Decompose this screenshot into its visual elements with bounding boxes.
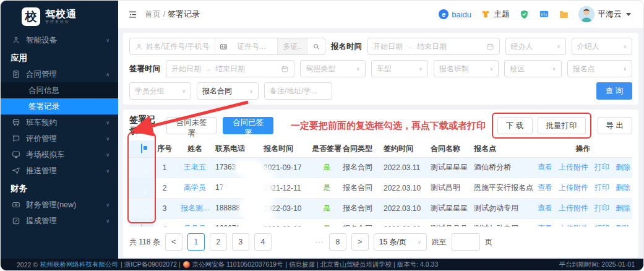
chevron-down-icon: ∨ xyxy=(106,168,109,174)
op-delete-link[interactable]: 删除 xyxy=(616,163,630,171)
student-name-link[interactable]: 报名测... xyxy=(181,204,209,212)
student-name-link[interactable]: 吕吕吕 xyxy=(184,224,206,226)
op-delete-link[interactable]: 删除 xyxy=(616,224,630,226)
monitor-chart-icon[interactable] xyxy=(539,9,549,20)
keyword-search-button[interactable] xyxy=(307,38,325,54)
prev-page-button[interactable]: < xyxy=(165,233,182,251)
idcard-icon xyxy=(220,43,228,51)
page-ellipsis: ··· xyxy=(315,238,324,246)
sign-time-range-picker[interactable]: 开始日期 → 结束日期 xyxy=(166,60,294,77)
theme-switcher[interactable]: 主题 xyxy=(481,9,510,20)
cell-contract-type: 报名合同 xyxy=(342,178,383,198)
cell-reg-point: 恩施平安行报名点 xyxy=(473,178,534,198)
cell-phone: 166671 xyxy=(215,224,240,226)
page-button-3[interactable]: 3 xyxy=(232,233,249,251)
browser-e-icon: e xyxy=(439,9,449,19)
sidebar-item-label: 智能设备 xyxy=(26,35,57,46)
op-upload-link[interactable]: 上传附件 xyxy=(559,183,588,192)
redaction-blur xyxy=(224,183,263,194)
op-view-link[interactable]: 查看 xyxy=(538,163,552,171)
op-upload-link[interactable]: 上传附件 xyxy=(559,204,588,212)
op-upload-link[interactable]: 上传附件 xyxy=(559,224,588,226)
reg-time-range-picker[interactable]: 开始日期 → 结束日期 xyxy=(367,38,500,55)
student-group-select[interactable]: 学员分组 ∨ xyxy=(129,82,191,100)
cell-contract-name: 测试星星星 xyxy=(430,198,473,218)
download-button[interactable]: 下 载 xyxy=(497,117,532,134)
sidebar-item-finance-mgmt[interactable]: 财务管理(new) ∨ xyxy=(1,197,118,213)
op-print-link[interactable]: 打印 xyxy=(595,224,609,226)
student-name-link[interactable]: 高学员 xyxy=(184,183,206,192)
jump-page-input[interactable] xyxy=(452,233,480,251)
chevron-down-icon: ∨ xyxy=(418,239,421,245)
tab-contract-unsigned[interactable]: 合同未签署 xyxy=(166,117,217,134)
student-name-link[interactable]: 王老五 xyxy=(184,163,206,171)
shield-icon[interactable] xyxy=(519,9,530,20)
op-print-link[interactable]: 打印 xyxy=(595,183,609,192)
idcard-scan-button[interactable] xyxy=(215,38,233,54)
export-button[interactable]: 导 出 xyxy=(598,117,632,134)
col-header: 合同类型 xyxy=(342,140,383,157)
page-size-select[interactable]: 15 条/页 ∨ xyxy=(374,233,427,251)
sidebar-item-review-mgmt[interactable]: 评价管理 ∨ xyxy=(1,131,118,147)
name-search-input[interactable]: 姓名/证件号/手机号 xyxy=(130,38,215,54)
sidebar-item-exam-sim-car[interactable]: 考场模拟车 ∨ xyxy=(1,147,118,163)
class-type-select[interactable]: 报名班制 ∨ xyxy=(434,60,499,77)
company-link[interactable]: 杭州联桥网络科技有限公司 xyxy=(40,260,118,269)
table-container: 序号 姓名 联系电话 报名时间 是否签署 合同类型 签约时间 合同名称 报名点 … xyxy=(129,140,632,226)
class-type-placeholder: 报名班制 xyxy=(439,64,469,74)
annotation-buttons-highlight: 下 载 批量打印 xyxy=(492,113,591,139)
op-upload-link[interactable]: 上传附件 xyxy=(559,163,588,171)
campus-placeholder: 校区 xyxy=(510,64,525,74)
page-button-2[interactable]: 2 xyxy=(210,233,227,251)
user-menu[interactable]: 平海云 xyxy=(578,6,631,22)
sidebar-item-smart-devices[interactable]: 智能设备 ∨ xyxy=(1,32,118,48)
signed-status: 是 xyxy=(323,183,330,192)
sidebar-item-sign-records[interactable]: 签署记录 xyxy=(1,98,118,114)
sidebar-item-commission-mgmt[interactable]: 提成管理 ∨ xyxy=(1,213,118,229)
operator-select[interactable]: 经办人 ∨ xyxy=(505,38,566,55)
page-button-8[interactable]: 8 xyxy=(329,233,346,251)
op-view-link[interactable]: 查看 xyxy=(538,204,552,212)
op-view-link[interactable]: 查看 xyxy=(538,183,552,192)
total-count: 共 118 条 xyxy=(129,237,160,247)
cell-reg-point: 酒仙桥分桥 xyxy=(473,157,534,178)
brand[interactable]: 校 驾校通 管理更轻松 xyxy=(1,1,118,31)
sidebar-item-label: 考场模拟车 xyxy=(26,150,65,160)
page-button-4[interactable]: 4 xyxy=(254,233,272,251)
multi-cert-input[interactable]: 多证... xyxy=(277,38,307,54)
sidebar-item-push-mgmt[interactable]: 推送管理 ∨ xyxy=(1,163,118,179)
car-type-select[interactable]: 车型 ∨ xyxy=(371,60,428,77)
select-all-checkbox[interactable] xyxy=(141,144,142,153)
row-checkbox[interactable] xyxy=(141,224,142,227)
query-button[interactable]: 查 询 xyxy=(596,82,632,100)
sidebar-item-contract-info[interactable]: 合同信息 xyxy=(1,82,118,98)
calendar-icon xyxy=(486,43,494,51)
introducer-select[interactable]: 介绍人 ∨ xyxy=(572,38,632,55)
reg-point-placeholder: 报名点 xyxy=(573,64,595,74)
breadcrumb-home[interactable]: 首页 xyxy=(145,9,161,19)
op-print-link[interactable]: 打印 xyxy=(595,204,609,212)
folder-icon[interactable] xyxy=(559,9,569,20)
cert-no-input[interactable]: 证件号... xyxy=(232,38,277,54)
sidebar-item-shuttle-booking[interactable]: 班车预约 ∨ xyxy=(1,114,118,131)
op-print-link[interactable]: 打印 xyxy=(595,163,609,171)
sidebar-item-contract-mgmt[interactable]: 合同管理 ∧ xyxy=(1,66,118,82)
baidu-shortcut[interactable]: e baidu xyxy=(439,9,471,19)
next-page-button[interactable]: > xyxy=(351,233,369,251)
op-delete-link[interactable]: 删除 xyxy=(616,204,630,212)
operator-placeholder: 经办人 xyxy=(511,41,533,52)
topbar: 首页 / 签署记录 e baidu 主题 xyxy=(118,1,643,28)
remark-input[interactable]: 备注/地址/学... xyxy=(264,82,332,100)
campus-select[interactable]: 校区 ∨ xyxy=(504,60,561,77)
collapse-sidebar-icon[interactable] xyxy=(128,10,137,19)
op-delete-link[interactable]: 删除 xyxy=(616,183,630,192)
col-header: 序号 xyxy=(154,140,175,157)
reg-point-select[interactable]: 报名点 ∨ xyxy=(567,60,632,77)
cell-contract-type: 报名合同 xyxy=(342,218,383,226)
op-view-link[interactable]: 查看 xyxy=(538,224,552,226)
contract-type-select[interactable]: 报名合同 ∨ xyxy=(197,82,259,100)
page-button-1[interactable]: 1 xyxy=(187,233,205,251)
license-type-select[interactable]: 驾照类型 ∨ xyxy=(300,60,365,77)
batch-print-button[interactable]: 批量打印 xyxy=(538,117,586,134)
tab-contract-signed[interactable]: 合同已签署 xyxy=(223,117,273,134)
